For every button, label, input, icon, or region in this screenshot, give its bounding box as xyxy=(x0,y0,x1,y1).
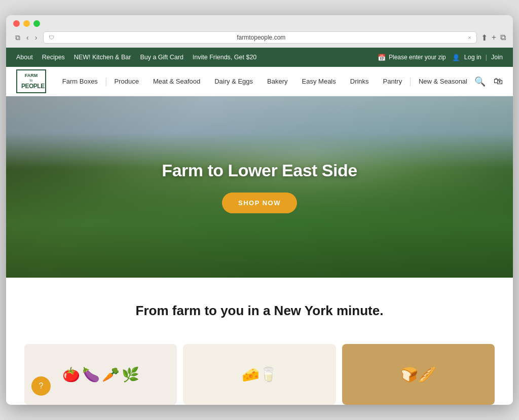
nav-pantry[interactable]: Pantry xyxy=(376,78,410,85)
nav-about[interactable]: About xyxy=(16,54,33,61)
window-switcher-btn[interactable]: ⧉ xyxy=(13,32,22,43)
close-tab-btn[interactable]: × xyxy=(468,34,471,41)
calendar-icon: 📅 xyxy=(378,54,386,61)
nav-kitchen-bar[interactable]: NEW! Kitchen & Bar xyxy=(74,54,131,61)
nav-produce[interactable]: Produce xyxy=(107,78,146,85)
main-nav-links: Farm Boxes | Produce Meat & Seafood Dair… xyxy=(55,76,474,87)
top-nav: About Recipes NEW! Kitchen & Bar Buy a G… xyxy=(6,48,513,67)
cart-button[interactable]: 🛍 xyxy=(494,76,503,87)
join-link[interactable]: Join xyxy=(491,54,503,61)
url-text: farmtopeople.com xyxy=(57,34,465,41)
nav-bakery[interactable]: Bakery xyxy=(260,78,294,85)
share-btn[interactable]: ⬆ xyxy=(481,33,488,43)
website-content: About Recipes NEW! Kitchen & Bar Buy a G… xyxy=(6,48,513,405)
auth-divider: | xyxy=(486,54,487,61)
close-window-btn[interactable] xyxy=(13,20,20,27)
product-card-bread[interactable]: 🍞 🥖 xyxy=(342,344,495,405)
nav-farm-boxes[interactable]: Farm Boxes xyxy=(55,78,105,85)
nav-dairy-eggs[interactable]: Dairy & Eggs xyxy=(207,78,260,85)
produce-emoji: 🍅 xyxy=(62,366,80,383)
main-nav-right: 🔍 🛍 xyxy=(474,76,503,87)
produce-emoji4: 🌿 xyxy=(122,366,139,383)
zip-placeholder-text: Please enter your zip xyxy=(389,54,446,61)
logo-line3: PEOPLE xyxy=(21,83,41,90)
cheese-emoji: 🧀 xyxy=(242,366,260,383)
new-tab-btn[interactable]: + xyxy=(492,33,496,42)
top-nav-right: 📅 Please enter your zip 👤 Log in | Join xyxy=(378,54,503,61)
tab-overview-btn[interactable]: ⧉ xyxy=(500,33,506,42)
browser-toolbar: ⧉ ‹ › 🛡 farmtopeople.com × ⬆ + ⧉ xyxy=(13,31,506,48)
nav-recipes[interactable]: Recipes xyxy=(42,54,65,61)
tagline-section: From farm to you in a New York minute. xyxy=(6,278,513,339)
main-nav: FARM to PEOPLE Farm Boxes | Produce Meat… xyxy=(6,67,513,96)
logo-line1: FARM xyxy=(21,73,41,79)
nav-gift-card[interactable]: Buy a Gift Card xyxy=(140,54,183,61)
hero-title: Farm to Lower East Side xyxy=(162,161,357,180)
nav-new-seasonal[interactable]: New & Seasonal xyxy=(412,78,474,85)
produce-emoji3: 🥕 xyxy=(102,366,120,383)
top-nav-links: About Recipes NEW! Kitchen & Bar Buy a G… xyxy=(16,54,378,61)
produce-emoji2: 🍆 xyxy=(82,366,100,383)
product-cards: 🍅 🍆 🥕 🌿 ? 🧀 🥛 🍞 🥖 xyxy=(6,339,513,405)
back-btn[interactable]: ‹ xyxy=(24,32,31,43)
minimize-window-btn[interactable] xyxy=(23,20,30,27)
search-button[interactable]: 🔍 xyxy=(474,76,486,87)
browser-window: ⧉ ‹ › 🛡 farmtopeople.com × ⬆ + ⧉ About R… xyxy=(6,15,513,405)
product-card-produce[interactable]: 🍅 🍆 🥕 🌿 ? xyxy=(24,344,177,405)
user-icon: 👤 xyxy=(452,54,460,61)
nav-meat-seafood[interactable]: Meat & Seafood xyxy=(146,78,207,85)
hero-content: Farm to Lower East Side SHOP NOW xyxy=(162,161,357,213)
security-icon: 🛡 xyxy=(49,34,54,41)
nav-invite[interactable]: Invite Friends, Get $20 xyxy=(193,54,256,61)
logo-line2: to xyxy=(21,79,41,83)
nav-easy-meals[interactable]: Easy Meals xyxy=(295,78,343,85)
browser-traffic-lights xyxy=(13,20,506,27)
zip-input[interactable]: 📅 Please enter your zip xyxy=(378,54,446,61)
browser-actions: ⬆ + ⧉ xyxy=(481,33,506,43)
browser-chrome: ⧉ ‹ › 🛡 farmtopeople.com × ⬆ + ⧉ xyxy=(6,15,513,48)
bread-emoji: 🍞 xyxy=(400,366,418,383)
nav-buttons: ⧉ ‹ › xyxy=(13,32,39,43)
product-card-cheese[interactable]: 🧀 🥛 xyxy=(183,344,336,405)
logo[interactable]: FARM to PEOPLE xyxy=(16,69,46,94)
tagline-text: From farm to you in a New York minute. xyxy=(16,303,503,319)
chat-icon: ? xyxy=(39,381,44,391)
address-bar[interactable]: 🛡 farmtopeople.com × xyxy=(43,31,476,44)
auth-links: 👤 Log in | Join xyxy=(452,54,503,61)
cheese-emoji2: 🥛 xyxy=(260,366,277,383)
bread-emoji2: 🥖 xyxy=(418,366,436,383)
shop-now-button[interactable]: SHOP NOW xyxy=(222,193,297,213)
hero-section: Farm to Lower East Side SHOP NOW xyxy=(6,96,513,278)
maximize-window-btn[interactable] xyxy=(33,20,40,27)
nav-drinks[interactable]: Drinks xyxy=(343,78,376,85)
chat-bubble[interactable]: ? xyxy=(31,376,51,396)
login-link[interactable]: Log in xyxy=(464,54,481,61)
forward-btn[interactable]: › xyxy=(33,32,40,43)
